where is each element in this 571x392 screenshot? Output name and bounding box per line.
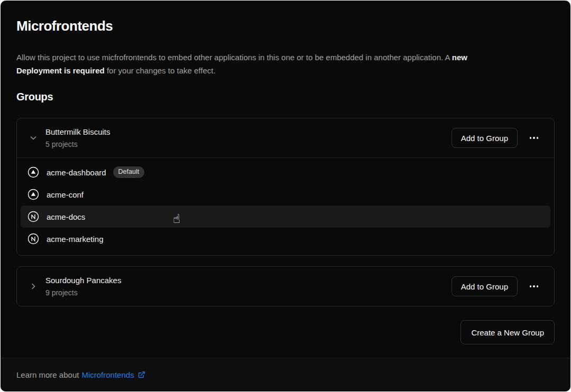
group-name: Sourdough Pancakes [45,275,452,286]
project-name: acme-marketing [47,235,104,244]
footer-text: Learn more about [16,370,79,379]
nextjs-icon [27,211,39,222]
group-name: Buttermilk Biscuits [45,127,452,137]
chevron-right-icon [29,282,38,291]
group-header: Buttermilk Biscuits 5 projects Add to Gr… [17,118,554,157]
group-project-count: 9 projects [45,287,452,298]
add-to-group-button[interactable]: Add to Group [452,128,518,148]
project-name: acme-dashboard [47,168,106,177]
external-link-icon [137,371,145,379]
group-menu-button[interactable] [524,277,544,296]
group-card-buttermilk-biscuits: Buttermilk Biscuits 5 projects Add to Gr… [16,118,555,256]
project-name: acme-conf [47,190,84,199]
description-text: for your changes to take effect. [105,66,216,75]
project-name: acme-docs [47,212,85,221]
group-card-sourdough-pancakes: Sourdough Pancakes 9 projects Add to Gro… [16,266,555,306]
project-list: acme-dashboard Default acme-conf acme-do… [17,157,554,255]
groups-heading: Groups [16,91,555,103]
collapse-group-button[interactable] [27,132,40,144]
project-row-acme-marketing[interactable]: acme-marketing [21,228,550,250]
default-badge: Default [113,166,145,178]
ellipsis-icon [530,137,532,139]
create-new-group-button[interactable]: Create a New Group [461,320,555,344]
ellipsis-icon [533,137,535,139]
vercel-triangle-icon [27,189,39,200]
project-row-acme-conf[interactable]: acme-conf [21,183,550,206]
group-titles: Buttermilk Biscuits 5 projects [45,127,452,150]
ellipsis-icon [530,285,532,287]
group-titles: Sourdough Pancakes 9 projects [45,275,452,298]
project-row-acme-docs[interactable]: acme-docs [21,206,550,228]
description-bold: new [452,53,467,62]
description-bold: Deployment is required [16,66,105,75]
page-description: Allow this project to use micfrofrontend… [16,51,555,77]
ellipsis-icon [537,137,539,139]
ellipsis-icon [537,285,539,287]
group-project-count: 5 projects [45,139,452,150]
expand-group-button[interactable] [27,280,40,293]
group-header: Sourdough Pancakes 9 projects Add to Gro… [17,267,554,306]
vercel-triangle-icon [27,166,39,178]
group-menu-button[interactable] [524,128,544,147]
microfrontends-settings-page: Microfrontends Allow this project to use… [1,1,570,391]
project-row-acme-dashboard[interactable]: acme-dashboard Default [21,161,550,183]
microfrontends-docs-link[interactable]: Microfrontends [81,370,145,379]
nextjs-icon [27,233,39,245]
description-text: Allow this project to use micfrofrontend… [16,53,452,62]
page-footer: Learn more about Microfrontends [1,358,570,391]
create-group-row: Create a New Group [16,320,555,344]
add-to-group-button[interactable]: Add to Group [452,276,518,296]
footer-link-label: Microfrontends [81,370,134,379]
page-title: Microfrontends [16,18,555,34]
ellipsis-icon [533,285,535,287]
chevron-down-icon [29,134,38,142]
